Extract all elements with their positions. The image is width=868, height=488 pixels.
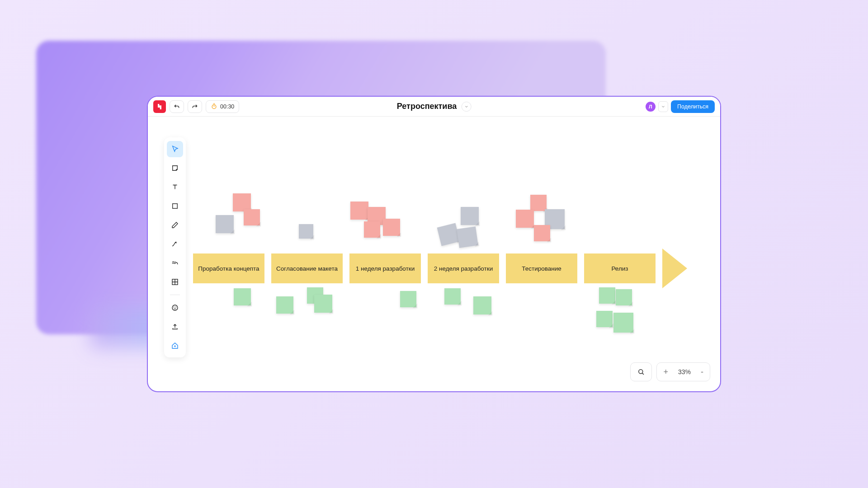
svg-point-3 <box>172 305 178 310</box>
cursor-icon <box>171 145 179 153</box>
grid-icon <box>171 278 179 286</box>
search-button[interactable] <box>630 362 652 381</box>
stage-label: 2 неделя разработки <box>434 265 493 272</box>
scribble-icon <box>171 259 179 267</box>
cursor-tool[interactable] <box>167 141 183 157</box>
avatar[interactable]: Л <box>646 102 656 112</box>
stage-box[interactable]: Тестирование <box>506 253 577 283</box>
sticky-note[interactable] <box>299 224 313 239</box>
pen-tool[interactable] <box>167 217 183 233</box>
scribble-tool[interactable] <box>167 255 183 271</box>
timer-value: 00:30 <box>220 103 234 110</box>
sticky-note[interactable] <box>244 209 260 225</box>
home-tool[interactable] <box>167 338 183 354</box>
avatar-initial: Л <box>649 104 652 109</box>
svg-point-5 <box>176 307 176 307</box>
emoji-tool[interactable] <box>167 300 183 316</box>
sticky-note[interactable] <box>234 288 251 305</box>
square-icon <box>171 202 179 210</box>
zoom-in-button[interactable]: + <box>663 367 668 377</box>
board-title: Ретроспектива <box>397 102 457 111</box>
pen-icon <box>171 221 179 229</box>
board-title-dropdown[interactable] <box>461 102 471 112</box>
stage-box[interactable]: 2 неделя разработки <box>428 253 499 283</box>
sticky-note[interactable] <box>530 195 547 211</box>
sticky-note[interactable] <box>516 210 534 228</box>
stopwatch-icon <box>211 103 217 110</box>
stage-box[interactable]: Проработка концепта <box>193 253 264 283</box>
sticky-note[interactable] <box>400 291 416 307</box>
sticky-note[interactable] <box>350 202 368 220</box>
sticky-note[interactable] <box>276 296 293 314</box>
sticky-note[interactable] <box>364 221 380 238</box>
zoom-bar: + 33% - <box>630 362 710 381</box>
sticky-note-tool[interactable] <box>167 160 183 176</box>
shape-tool[interactable] <box>167 198 183 214</box>
timer[interactable]: 00:30 <box>206 100 239 113</box>
stage-label: Согласование макета <box>276 265 338 272</box>
stage-label: Тестирование <box>522 265 561 272</box>
search-icon <box>637 368 645 376</box>
sticky-note-icon <box>171 164 179 172</box>
sticky-note[interactable] <box>599 287 615 304</box>
left-toolbar <box>164 137 186 357</box>
upload-icon <box>171 323 179 331</box>
svg-point-4 <box>174 307 174 307</box>
share-button[interactable]: Поделиться <box>671 100 715 113</box>
upload-tool[interactable] <box>167 319 183 335</box>
sticky-note[interactable] <box>534 225 550 241</box>
timeline-row: Проработка концепта Согласование макета … <box>193 249 687 288</box>
stage-label: 1 неделя разработки <box>356 265 415 272</box>
chevron-down-icon <box>464 104 468 109</box>
sticky-note[interactable] <box>457 226 478 248</box>
connector-tool[interactable] <box>167 236 183 252</box>
text-icon <box>171 183 179 191</box>
user-menu-dropdown[interactable] <box>658 101 668 112</box>
svg-point-6 <box>639 370 643 374</box>
sticky-note[interactable] <box>233 193 251 211</box>
stage-box[interactable]: 1 неделя разработки <box>349 253 421 283</box>
topbar: 00:30 Ретроспектива Л Поделиться <box>148 97 720 117</box>
sticky-note[interactable] <box>616 289 632 305</box>
svg-rect-1 <box>173 204 178 209</box>
zoom-out-button[interactable]: - <box>701 367 703 377</box>
timeline-arrow-icon <box>662 249 687 288</box>
sticky-note[interactable] <box>314 295 332 313</box>
sticky-note[interactable] <box>216 215 234 233</box>
sticky-note[interactable] <box>437 223 460 246</box>
sticky-note[interactable] <box>383 219 400 236</box>
undo-button[interactable] <box>170 100 184 113</box>
sticky-note[interactable] <box>613 313 633 333</box>
redo-button[interactable] <box>188 100 202 113</box>
emoji-icon <box>171 304 179 312</box>
frame-tool[interactable] <box>167 274 183 290</box>
zoom-level: 33% <box>678 368 691 375</box>
zoom-control: + 33% - <box>656 362 710 381</box>
stage-label: Релиз <box>611 265 628 272</box>
chevron-down-icon <box>661 104 665 109</box>
text-tool[interactable] <box>167 179 183 195</box>
connector-icon <box>171 240 179 248</box>
app-logo-button[interactable] <box>153 100 166 113</box>
app-window: 00:30 Ретроспектива Л Поделиться <box>147 96 721 392</box>
home-plus-icon <box>171 342 179 350</box>
sticky-note[interactable] <box>444 288 461 305</box>
stage-box[interactable]: Релиз <box>584 253 656 283</box>
sticky-note[interactable] <box>473 296 491 314</box>
stage-box[interactable]: Согласование макета <box>271 253 343 283</box>
canvas[interactable]: Проработка концепта Согласование макета … <box>148 117 720 391</box>
stage-label: Проработка концепта <box>198 265 259 272</box>
sticky-note[interactable] <box>461 207 479 225</box>
sticky-note[interactable] <box>596 311 613 327</box>
